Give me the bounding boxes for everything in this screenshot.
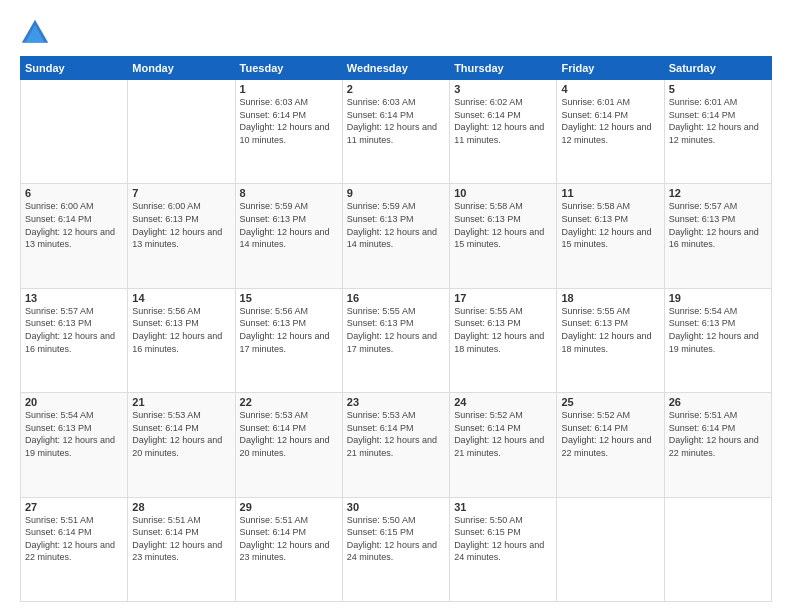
day-info: Sunrise: 6:00 AM Sunset: 6:14 PM Dayligh… bbox=[25, 200, 123, 250]
logo bbox=[20, 18, 54, 48]
day-number: 17 bbox=[454, 292, 552, 304]
calendar-cell: 13Sunrise: 5:57 AM Sunset: 6:13 PM Dayli… bbox=[21, 288, 128, 392]
calendar-cell: 26Sunrise: 5:51 AM Sunset: 6:14 PM Dayli… bbox=[664, 393, 771, 497]
calendar-cell: 24Sunrise: 5:52 AM Sunset: 6:14 PM Dayli… bbox=[450, 393, 557, 497]
day-number: 22 bbox=[240, 396, 338, 408]
day-info: Sunrise: 5:55 AM Sunset: 6:13 PM Dayligh… bbox=[454, 305, 552, 355]
calendar-cell: 30Sunrise: 5:50 AM Sunset: 6:15 PM Dayli… bbox=[342, 497, 449, 601]
day-info: Sunrise: 5:57 AM Sunset: 6:13 PM Dayligh… bbox=[669, 200, 767, 250]
day-number: 28 bbox=[132, 501, 230, 513]
calendar-cell bbox=[557, 497, 664, 601]
day-info: Sunrise: 5:58 AM Sunset: 6:13 PM Dayligh… bbox=[561, 200, 659, 250]
day-info: Sunrise: 5:50 AM Sunset: 6:15 PM Dayligh… bbox=[454, 514, 552, 564]
day-number: 10 bbox=[454, 187, 552, 199]
day-info: Sunrise: 6:01 AM Sunset: 6:14 PM Dayligh… bbox=[669, 96, 767, 146]
calendar-cell bbox=[21, 80, 128, 184]
day-number: 6 bbox=[25, 187, 123, 199]
day-info: Sunrise: 6:03 AM Sunset: 6:14 PM Dayligh… bbox=[347, 96, 445, 146]
day-info: Sunrise: 5:53 AM Sunset: 6:14 PM Dayligh… bbox=[347, 409, 445, 459]
day-info: Sunrise: 5:56 AM Sunset: 6:13 PM Dayligh… bbox=[240, 305, 338, 355]
day-number: 3 bbox=[454, 83, 552, 95]
day-info: Sunrise: 6:00 AM Sunset: 6:13 PM Dayligh… bbox=[132, 200, 230, 250]
day-number: 27 bbox=[25, 501, 123, 513]
calendar-cell: 1Sunrise: 6:03 AM Sunset: 6:14 PM Daylig… bbox=[235, 80, 342, 184]
day-info: Sunrise: 6:01 AM Sunset: 6:14 PM Dayligh… bbox=[561, 96, 659, 146]
day-info: Sunrise: 5:57 AM Sunset: 6:13 PM Dayligh… bbox=[25, 305, 123, 355]
day-info: Sunrise: 5:54 AM Sunset: 6:13 PM Dayligh… bbox=[669, 305, 767, 355]
calendar-cell: 31Sunrise: 5:50 AM Sunset: 6:15 PM Dayli… bbox=[450, 497, 557, 601]
col-header-sunday: Sunday bbox=[21, 57, 128, 80]
day-number: 29 bbox=[240, 501, 338, 513]
calendar-cell: 17Sunrise: 5:55 AM Sunset: 6:13 PM Dayli… bbox=[450, 288, 557, 392]
calendar-cell bbox=[128, 80, 235, 184]
col-header-wednesday: Wednesday bbox=[342, 57, 449, 80]
day-number: 8 bbox=[240, 187, 338, 199]
col-header-monday: Monday bbox=[128, 57, 235, 80]
day-info: Sunrise: 5:52 AM Sunset: 6:14 PM Dayligh… bbox=[561, 409, 659, 459]
day-info: Sunrise: 5:51 AM Sunset: 6:14 PM Dayligh… bbox=[132, 514, 230, 564]
day-info: Sunrise: 5:59 AM Sunset: 6:13 PM Dayligh… bbox=[240, 200, 338, 250]
day-number: 5 bbox=[669, 83, 767, 95]
header bbox=[20, 18, 772, 48]
logo-icon bbox=[20, 18, 50, 48]
day-info: Sunrise: 5:53 AM Sunset: 6:14 PM Dayligh… bbox=[132, 409, 230, 459]
day-number: 25 bbox=[561, 396, 659, 408]
day-number: 21 bbox=[132, 396, 230, 408]
day-number: 16 bbox=[347, 292, 445, 304]
day-info: Sunrise: 5:52 AM Sunset: 6:14 PM Dayligh… bbox=[454, 409, 552, 459]
calendar-cell: 21Sunrise: 5:53 AM Sunset: 6:14 PM Dayli… bbox=[128, 393, 235, 497]
calendar-cell: 28Sunrise: 5:51 AM Sunset: 6:14 PM Dayli… bbox=[128, 497, 235, 601]
calendar-cell: 2Sunrise: 6:03 AM Sunset: 6:14 PM Daylig… bbox=[342, 80, 449, 184]
calendar-cell: 10Sunrise: 5:58 AM Sunset: 6:13 PM Dayli… bbox=[450, 184, 557, 288]
calendar-cell: 19Sunrise: 5:54 AM Sunset: 6:13 PM Dayli… bbox=[664, 288, 771, 392]
day-number: 4 bbox=[561, 83, 659, 95]
calendar-cell bbox=[664, 497, 771, 601]
day-info: Sunrise: 5:58 AM Sunset: 6:13 PM Dayligh… bbox=[454, 200, 552, 250]
day-number: 15 bbox=[240, 292, 338, 304]
col-header-friday: Friday bbox=[557, 57, 664, 80]
col-header-thursday: Thursday bbox=[450, 57, 557, 80]
day-info: Sunrise: 5:51 AM Sunset: 6:14 PM Dayligh… bbox=[240, 514, 338, 564]
calendar-cell: 11Sunrise: 5:58 AM Sunset: 6:13 PM Dayli… bbox=[557, 184, 664, 288]
day-number: 11 bbox=[561, 187, 659, 199]
day-number: 19 bbox=[669, 292, 767, 304]
day-number: 14 bbox=[132, 292, 230, 304]
calendar-cell: 22Sunrise: 5:53 AM Sunset: 6:14 PM Dayli… bbox=[235, 393, 342, 497]
day-info: Sunrise: 5:51 AM Sunset: 6:14 PM Dayligh… bbox=[669, 409, 767, 459]
calendar-cell: 20Sunrise: 5:54 AM Sunset: 6:13 PM Dayli… bbox=[21, 393, 128, 497]
calendar-table: SundayMondayTuesdayWednesdayThursdayFrid… bbox=[20, 56, 772, 602]
calendar-cell: 5Sunrise: 6:01 AM Sunset: 6:14 PM Daylig… bbox=[664, 80, 771, 184]
page: SundayMondayTuesdayWednesdayThursdayFrid… bbox=[0, 0, 792, 612]
calendar-cell: 27Sunrise: 5:51 AM Sunset: 6:14 PM Dayli… bbox=[21, 497, 128, 601]
day-info: Sunrise: 6:03 AM Sunset: 6:14 PM Dayligh… bbox=[240, 96, 338, 146]
day-info: Sunrise: 5:59 AM Sunset: 6:13 PM Dayligh… bbox=[347, 200, 445, 250]
calendar-cell: 4Sunrise: 6:01 AM Sunset: 6:14 PM Daylig… bbox=[557, 80, 664, 184]
day-number: 23 bbox=[347, 396, 445, 408]
calendar-cell: 29Sunrise: 5:51 AM Sunset: 6:14 PM Dayli… bbox=[235, 497, 342, 601]
day-number: 1 bbox=[240, 83, 338, 95]
calendar-cell: 6Sunrise: 6:00 AM Sunset: 6:14 PM Daylig… bbox=[21, 184, 128, 288]
calendar-cell: 8Sunrise: 5:59 AM Sunset: 6:13 PM Daylig… bbox=[235, 184, 342, 288]
calendar-cell: 16Sunrise: 5:55 AM Sunset: 6:13 PM Dayli… bbox=[342, 288, 449, 392]
day-info: Sunrise: 5:50 AM Sunset: 6:15 PM Dayligh… bbox=[347, 514, 445, 564]
day-info: Sunrise: 5:51 AM Sunset: 6:14 PM Dayligh… bbox=[25, 514, 123, 564]
day-info: Sunrise: 5:55 AM Sunset: 6:13 PM Dayligh… bbox=[561, 305, 659, 355]
calendar-cell: 18Sunrise: 5:55 AM Sunset: 6:13 PM Dayli… bbox=[557, 288, 664, 392]
day-info: Sunrise: 6:02 AM Sunset: 6:14 PM Dayligh… bbox=[454, 96, 552, 146]
day-number: 24 bbox=[454, 396, 552, 408]
col-header-saturday: Saturday bbox=[664, 57, 771, 80]
calendar-cell: 23Sunrise: 5:53 AM Sunset: 6:14 PM Dayli… bbox=[342, 393, 449, 497]
day-number: 7 bbox=[132, 187, 230, 199]
col-header-tuesday: Tuesday bbox=[235, 57, 342, 80]
calendar-cell: 9Sunrise: 5:59 AM Sunset: 6:13 PM Daylig… bbox=[342, 184, 449, 288]
day-number: 26 bbox=[669, 396, 767, 408]
day-number: 12 bbox=[669, 187, 767, 199]
day-info: Sunrise: 5:56 AM Sunset: 6:13 PM Dayligh… bbox=[132, 305, 230, 355]
calendar-cell: 14Sunrise: 5:56 AM Sunset: 6:13 PM Dayli… bbox=[128, 288, 235, 392]
day-number: 18 bbox=[561, 292, 659, 304]
day-info: Sunrise: 5:55 AM Sunset: 6:13 PM Dayligh… bbox=[347, 305, 445, 355]
calendar-cell: 25Sunrise: 5:52 AM Sunset: 6:14 PM Dayli… bbox=[557, 393, 664, 497]
day-number: 9 bbox=[347, 187, 445, 199]
day-number: 30 bbox=[347, 501, 445, 513]
calendar-cell: 12Sunrise: 5:57 AM Sunset: 6:13 PM Dayli… bbox=[664, 184, 771, 288]
